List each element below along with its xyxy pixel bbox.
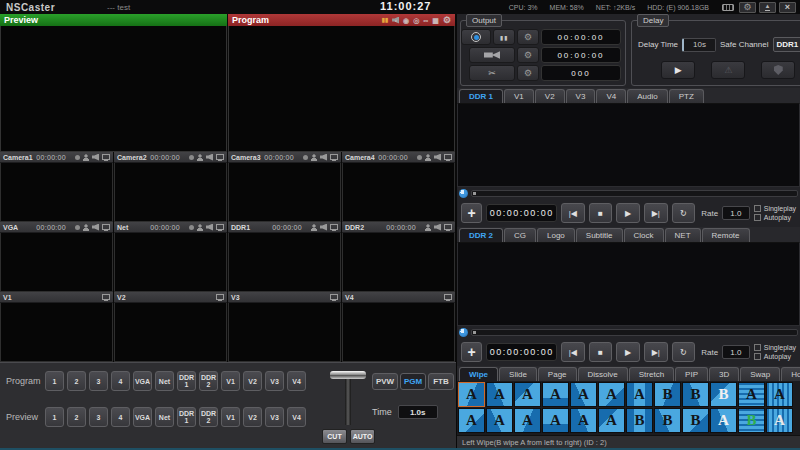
autoplay-checkbox[interactable]	[754, 353, 761, 360]
program-source-button-net[interactable]: Net	[155, 371, 174, 391]
source-net[interactable]: Net00:00:00◖	[114, 222, 228, 292]
transition-effect-14[interactable]: A	[486, 408, 513, 433]
preview-source-button-v3[interactable]: V3	[265, 407, 284, 427]
channel-tab-ddr1[interactable]: DDR 1	[459, 89, 503, 103]
rate-input[interactable]: 1.0	[722, 345, 750, 359]
keyboard-button[interactable]	[719, 2, 736, 13]
program-source-button-v3[interactable]: V3	[265, 371, 284, 391]
overlay-tab-logo[interactable]: Logo	[537, 228, 575, 242]
channel-tab-ptz[interactable]: PTZ	[669, 89, 704, 103]
preview-source-button-3[interactable]: 3	[89, 407, 108, 427]
effect-tab-hoteffect[interactable]: HotEffect	[781, 367, 800, 381]
t-bar-fader[interactable]	[330, 371, 366, 427]
autoplay-checkbox[interactable]	[754, 214, 761, 221]
clip-button[interactable]: ✂	[469, 65, 515, 81]
pvw-button[interactable]: PVW	[372, 373, 398, 390]
next-button[interactable]: ▶|	[644, 203, 668, 223]
transition-effect-17[interactable]: A	[570, 408, 597, 433]
add-media-button[interactable]: +	[461, 342, 482, 362]
preview-source-button-v1[interactable]: V1	[221, 407, 240, 427]
seek-thumb[interactable]	[473, 331, 476, 334]
transition-effect-2[interactable]: A	[486, 382, 513, 407]
delay-time-input[interactable]: 10s	[682, 38, 716, 52]
stop-button[interactable]: ■	[589, 203, 613, 223]
prev-button[interactable]: |◀	[561, 203, 585, 223]
transition-time-input[interactable]: 1.0s	[398, 405, 438, 419]
delay-play-button[interactable]: ▶	[661, 61, 695, 79]
seek-thumb[interactable]	[473, 192, 476, 195]
source-camera2[interactable]: Camera200:00:00◖	[114, 152, 228, 222]
program-source-button-v2[interactable]: V2	[243, 371, 262, 391]
channel-tab-v3[interactable]: V3	[566, 89, 596, 103]
effect-tab-swap[interactable]: Swap	[740, 367, 780, 381]
program-source-button-2[interactable]: 2	[67, 371, 86, 391]
overlay-tab-clock[interactable]: Clock	[624, 228, 664, 242]
transition-effect-19[interactable]: B	[626, 408, 653, 433]
channel-tab-v1[interactable]: V1	[504, 89, 534, 103]
overlay-tab-net[interactable]: NET	[665, 228, 701, 242]
source-ddr2[interactable]: DDR200:00:00◖	[342, 222, 456, 292]
record-settings-button[interactable]: ⚙	[517, 29, 539, 45]
source-camera1[interactable]: Camera100:00:00◖	[0, 152, 114, 222]
transition-effect-1[interactable]: A	[458, 382, 485, 407]
transition-effect-8[interactable]: B	[654, 382, 681, 407]
transition-effect-24[interactable]: A	[766, 408, 793, 433]
program-source-button-4[interactable]: 4	[111, 371, 130, 391]
add-media-button[interactable]: +	[461, 203, 482, 223]
close-button[interactable]: ×	[779, 2, 796, 13]
program-source-button-ddr2[interactable]: DDR 2	[199, 371, 218, 391]
pgm-button[interactable]: PGM	[400, 373, 426, 390]
source-v3[interactable]: V3	[228, 292, 342, 362]
effect-tab-wipe[interactable]: Wipe	[459, 367, 498, 381]
preview-source-button-ddr1[interactable]: DDR 1	[177, 407, 196, 427]
ddr1-seek-bar[interactable]	[471, 190, 798, 197]
autoplay-option[interactable]: Autoplay	[754, 353, 796, 360]
transition-effect-6[interactable]: A	[598, 382, 625, 407]
ftb-button[interactable]: FTB	[428, 373, 454, 390]
ddr2-playlist[interactable]	[457, 242, 800, 326]
overlay-tab-cg[interactable]: CG	[504, 228, 536, 242]
overlay-tab-subtitle[interactable]: Subtitle	[576, 228, 623, 242]
next-button[interactable]: ▶|	[644, 342, 668, 362]
source-camera4[interactable]: Camera400:00:00◖	[342, 152, 456, 222]
loop-button[interactable]: ↻	[672, 342, 696, 362]
program-header-icons[interactable]: ▮▮◖◉◎∞▦⚙	[381, 16, 451, 25]
effect-tab-pip[interactable]: PIP	[675, 367, 708, 381]
program-source-button-3[interactable]: 3	[89, 371, 108, 391]
overlay-tab-ddr2[interactable]: DDR 2	[459, 228, 503, 242]
preview-source-button-2[interactable]: 2	[67, 407, 86, 427]
preview-source-button-net[interactable]: Net	[155, 407, 174, 427]
transition-effect-5[interactable]: A	[570, 382, 597, 407]
effect-tab-stretch[interactable]: Stretch	[629, 367, 674, 381]
preview-source-button-ddr2[interactable]: DDR 2	[199, 407, 218, 427]
transition-effect-18[interactable]: A	[598, 408, 625, 433]
source-camera3[interactable]: Camera300:00:00◖	[228, 152, 342, 222]
ddr1-playlist[interactable]	[457, 103, 800, 187]
play-button[interactable]: ▶	[616, 203, 640, 223]
preview-source-button-vga[interactable]: VGA	[133, 407, 152, 427]
transition-effect-10[interactable]: B	[710, 382, 737, 407]
t-bar-handle[interactable]	[330, 371, 366, 379]
preview-source-button-v4[interactable]: V4	[287, 407, 306, 427]
preview-source-button-1[interactable]: 1	[45, 407, 64, 427]
transition-effect-9[interactable]: B	[682, 382, 709, 407]
source-v2[interactable]: V2	[114, 292, 228, 362]
program-source-button-vga[interactable]: VGA	[133, 371, 152, 391]
transition-effect-4[interactable]: A	[542, 382, 569, 407]
stop-button[interactable]: ■	[589, 342, 613, 362]
record-pause-button[interactable]: ▮▮	[493, 29, 515, 45]
effect-tab-page[interactable]: Page	[538, 367, 577, 381]
transition-effect-22[interactable]: A	[710, 408, 737, 433]
singleplay-checkbox[interactable]	[754, 344, 761, 351]
overlay-tab-remote[interactable]: Remote	[702, 228, 750, 242]
transition-effect-15[interactable]: A	[514, 408, 541, 433]
preview-source-button-4[interactable]: 4	[111, 407, 130, 427]
transition-effect-23[interactable]: B	[738, 408, 765, 433]
effect-tab-slide[interactable]: Slide	[499, 367, 537, 381]
eject-button[interactable]: ▲	[759, 2, 776, 13]
clip-settings-button[interactable]: ⚙	[517, 65, 539, 81]
transition-effect-20[interactable]: B	[654, 408, 681, 433]
transition-effect-3[interactable]: A	[514, 382, 541, 407]
auto-button[interactable]: AUTO	[350, 429, 375, 444]
program-source-button-v1[interactable]: V1	[221, 371, 240, 391]
